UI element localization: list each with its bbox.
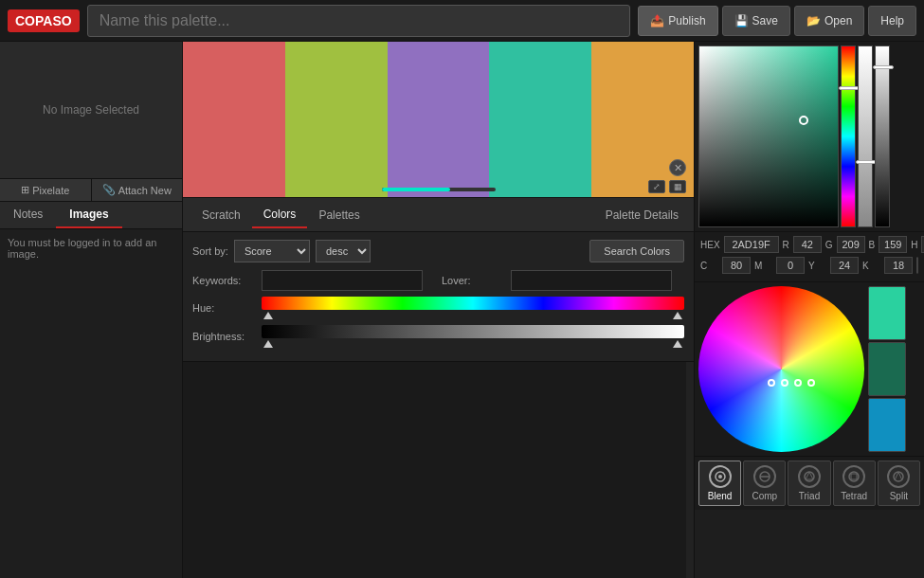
- blend-icon: [709, 465, 732, 488]
- y-label: Y: [808, 261, 826, 271]
- color-wheel[interactable]: [698, 286, 864, 452]
- b-input[interactable]: [879, 236, 907, 253]
- tab-palettes[interactable]: Palettes: [307, 203, 371, 227]
- k-input[interactable]: [884, 257, 913, 274]
- help-button[interactable]: Help: [868, 6, 916, 36]
- hue-row: Hue:: [192, 297, 684, 319]
- brightness-track[interactable]: [262, 325, 684, 338]
- progress-bar-fill: [382, 188, 450, 191]
- m-input[interactable]: [776, 257, 805, 274]
- color-field[interactable]: [698, 45, 839, 227]
- harmony-comp-button[interactable]: Comp: [743, 461, 786, 506]
- svg-rect-7: [851, 474, 857, 479]
- c-label: C: [700, 261, 718, 271]
- hex-rgb-area: HEX R G B H S V C M Y: [695, 231, 924, 281]
- attach-new-button[interactable]: 📎 Attach New: [92, 179, 183, 201]
- swatch-2[interactable]: [388, 42, 490, 197]
- pixelate-button[interactable]: ⊞ Pixelate: [0, 179, 92, 201]
- c-input[interactable]: [722, 257, 751, 274]
- brightness-thumb-left[interactable]: [263, 340, 273, 348]
- comp-icon: [753, 465, 776, 488]
- swatch-grid-button[interactable]: ▦: [669, 180, 686, 193]
- wheel-overlay: [698, 286, 864, 452]
- top-buttons: 📤 Publish 💾 Save 📂 Open Help: [638, 6, 916, 36]
- y-input[interactable]: [830, 257, 859, 274]
- publish-label: Publish: [668, 14, 705, 27]
- tab-notes[interactable]: Notes: [0, 202, 56, 228]
- triad-label: Triad: [799, 491, 820, 501]
- publish-icon: 📤: [650, 14, 664, 27]
- swatch-expand-button[interactable]: ⤢: [648, 180, 665, 193]
- hue-thumbs: [262, 312, 684, 319]
- harmony-split-button[interactable]: Split: [878, 461, 920, 506]
- right-sliders: [841, 45, 920, 227]
- help-label: Help: [880, 14, 904, 27]
- g-input[interactable]: [837, 236, 865, 253]
- progress-bar-container: [382, 188, 496, 191]
- swatch-1[interactable]: [285, 42, 388, 197]
- results-area[interactable]: [183, 362, 694, 578]
- h-label: H: [911, 240, 917, 250]
- brightness-row: Brightness:: [192, 325, 684, 348]
- wheel-swatch-1[interactable]: [868, 342, 906, 396]
- hue-label: Hue:: [192, 302, 254, 314]
- wheel-swatch-0[interactable]: [868, 286, 906, 340]
- hue-thumb-left[interactable]: [263, 312, 273, 319]
- hue-slider-vertical[interactable]: [841, 45, 856, 227]
- lover-label: Lover:: [442, 275, 503, 286]
- swatch-3[interactable]: [489, 42, 591, 197]
- remove-swatch-button[interactable]: ✕: [669, 159, 686, 176]
- swatch-controls: ⤢ ▦: [648, 180, 686, 193]
- open-button[interactable]: 📂 Open: [794, 6, 864, 36]
- brightness-slider-container: [262, 325, 684, 348]
- value-slider-vertical[interactable]: [875, 45, 890, 227]
- wheel-dot-0[interactable]: [768, 379, 775, 387]
- r-input[interactable]: [793, 236, 822, 253]
- results-scrollbar[interactable]: [686, 362, 694, 578]
- sort-select[interactable]: Score Date Favorites: [234, 240, 310, 262]
- swatch-progress: [382, 188, 496, 191]
- publish-button[interactable]: 📤 Publish: [638, 6, 717, 36]
- sort-order-select[interactable]: desc asc: [316, 240, 371, 262]
- hue-thumb-right[interactable]: [673, 312, 682, 319]
- wheel-dot-1[interactable]: [781, 379, 788, 387]
- save-label: Save: [752, 14, 778, 27]
- tab-images[interactable]: Images: [56, 202, 121, 228]
- search-colors-button[interactable]: Search Colors: [589, 240, 684, 262]
- sort-row: Sort by: Score Date Favorites desc asc S…: [192, 240, 684, 262]
- wheel-dot-3[interactable]: [807, 379, 815, 387]
- harmony-blend-button[interactable]: Blend: [698, 461, 741, 506]
- brightness-thumbs: [262, 340, 684, 348]
- lover-input[interactable]: [511, 270, 672, 291]
- swatch-0[interactable]: [183, 42, 285, 197]
- left-scrollable[interactable]: You must be logged in to add an image.: [0, 229, 182, 578]
- save-button[interactable]: 💾 Save: [722, 6, 790, 36]
- main-content: No Image Selected ⊞ Pixelate 📎 Attach Ne…: [0, 42, 924, 578]
- wheel-swatch-2[interactable]: [868, 398, 906, 452]
- tab-colors[interactable]: Colors: [252, 202, 308, 228]
- swatches-area: ✕ ⤢ ▦: [183, 42, 694, 198]
- wheel-dot-2[interactable]: [794, 379, 802, 387]
- value-thumb-vertical: [873, 65, 894, 69]
- tab-scratch[interactable]: Scratch: [190, 203, 252, 227]
- harmony-triad-button[interactable]: Triad: [788, 461, 830, 506]
- wheel-right: [868, 286, 906, 452]
- color-picker-area: [695, 42, 924, 231]
- hex-input[interactable]: [724, 236, 779, 253]
- app-logo: COPASO: [8, 9, 80, 32]
- left-tabs: Notes Images: [0, 202, 182, 229]
- center-tabs: Scratch Colors Palettes Palette Details: [183, 198, 694, 232]
- hue-track[interactable]: [262, 297, 684, 310]
- attach-label: Attach New: [118, 185, 172, 196]
- brightness-label: Brightness:: [192, 331, 254, 342]
- k-label: K: [862, 261, 880, 271]
- palette-details-button[interactable]: Palette Details: [598, 205, 686, 226]
- g-label: G: [825, 240, 833, 250]
- keywords-input[interactable]: [262, 270, 423, 291]
- left-content: You must be logged in to add an image.: [0, 229, 182, 267]
- cmyk-row: C M Y K: [700, 257, 918, 274]
- brightness-thumb-right[interactable]: [673, 340, 682, 348]
- palette-name-input[interactable]: [87, 5, 631, 37]
- saturation-slider-vertical[interactable]: [858, 45, 873, 227]
- harmony-tetrad-button[interactable]: Tetrad: [833, 461, 876, 506]
